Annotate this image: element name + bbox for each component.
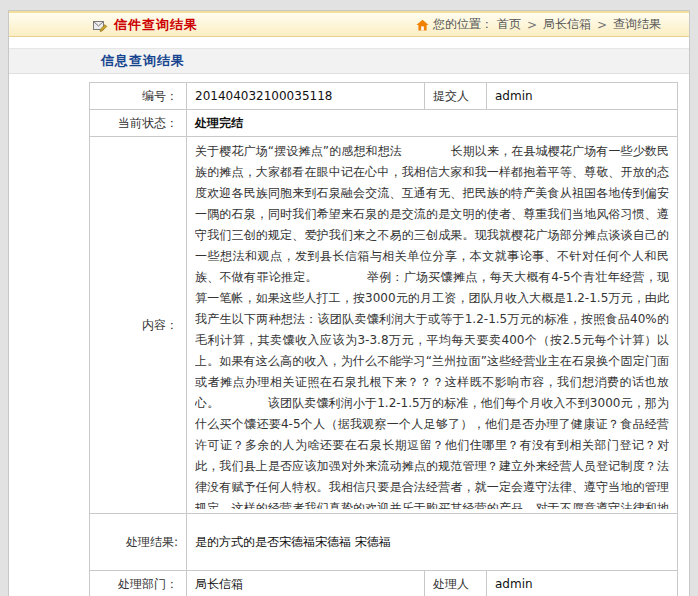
number-value: 201404032100035118 — [187, 83, 425, 110]
table-row-department: 处理部门： 局长信箱 处理人 admin — [90, 571, 678, 596]
result-table: 编号： 201404032100035118 提交人 admin 当前状态： 处… — [89, 82, 678, 596]
content-value: 关于樱花广场“摆设摊点”的感想和想法 长期以来，在县城樱花广场有一些少数民族的摊… — [195, 141, 669, 509]
result-value: 是的方式的是否宋德福宋德福 宋德福 — [187, 514, 678, 571]
table-row-number: 编号： 201404032100035118 提交人 admin — [90, 83, 678, 110]
section-header: 信息查询结果 — [9, 48, 689, 74]
department-value: 局长信箱 — [187, 571, 425, 596]
department-label: 处理部门： — [90, 571, 187, 596]
breadcrumb-link-result[interactable]: 查询结果 — [613, 16, 661, 33]
number-label: 编号： — [90, 83, 187, 110]
table-row-result: 处理结果: 是的方式的是否宋德福宋德福 宋德福 — [90, 514, 678, 571]
content-label: 内容： — [90, 137, 187, 514]
breadcrumb-link-home[interactable]: 首页 — [497, 16, 521, 33]
processor-value: admin — [487, 571, 678, 596]
breadcrumb-separator: > — [597, 18, 607, 32]
letter-icon — [93, 18, 108, 32]
page-title: 信件查询结果 — [114, 16, 198, 34]
breadcrumb: 您的位置： 首页 > 局长信箱 > 查询结果 — [416, 16, 661, 33]
result-label: 处理结果: — [90, 514, 187, 571]
processor-label: 处理人 — [425, 571, 487, 596]
table-row-content: 内容： 关于樱花广场“摆设摊点”的感想和想法 长期以来，在县城樱花广场有一些少数… — [90, 137, 678, 514]
breadcrumb-separator: > — [527, 18, 537, 32]
section-title: 信息查询结果 — [101, 52, 185, 70]
breadcrumb-prefix: 您的位置： — [433, 16, 493, 33]
main-panel: 信件查询结果 您的位置： 首页 > 局长信箱 > 查询结果 信息查询结果 编号：… — [8, 10, 690, 596]
header-title-group: 信件查询结果 — [93, 16, 198, 34]
content-value-cell: 关于樱花广场“摆设摊点”的感想和想法 长期以来，在县城樱花广场有一些少数民族的摊… — [187, 137, 678, 514]
home-icon — [416, 19, 429, 31]
submitter-value: admin — [487, 83, 678, 110]
status-value: 处理完结 — [187, 110, 678, 137]
header-bar: 信件查询结果 您的位置： 首页 > 局长信箱 > 查询结果 — [9, 11, 689, 37]
status-label: 当前状态： — [90, 110, 187, 137]
submitter-label: 提交人 — [425, 83, 487, 110]
table-row-status: 当前状态： 处理完结 — [90, 110, 678, 137]
breadcrumb-link-mailbox[interactable]: 局长信箱 — [543, 16, 591, 33]
